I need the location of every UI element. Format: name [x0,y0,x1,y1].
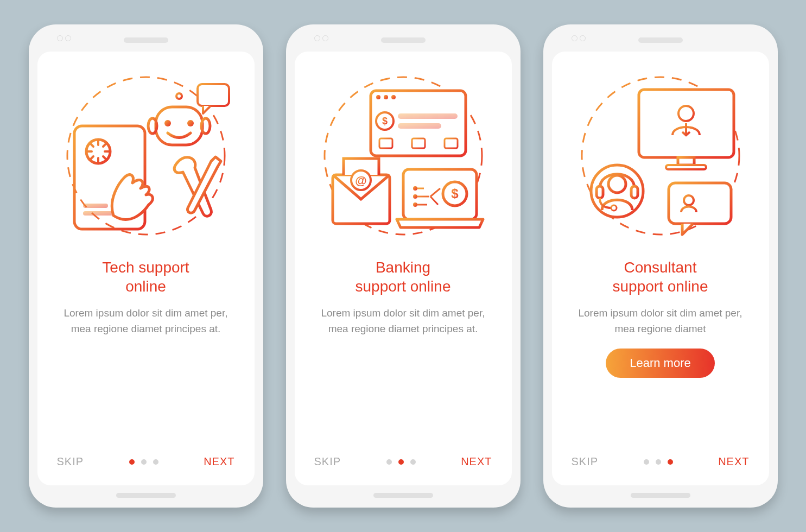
svg-rect-50 [596,186,603,198]
next-button[interactable]: NEXT [461,455,492,468]
camera-dots [314,35,328,41]
next-button[interactable]: NEXT [718,455,749,468]
svg-point-35 [413,194,417,199]
svg-rect-24 [398,123,441,129]
camera-dots [572,35,586,41]
screen-description: Lorem ipsum dolor sit dim amet per, mea … [56,306,236,337]
svg-point-11 [201,118,210,134]
home-indicator [116,493,176,498]
dot-2[interactable] [656,459,661,465]
page-indicator [644,459,673,465]
skip-button[interactable]: SKIP [314,455,341,468]
page-indicator [386,459,416,465]
svg-point-18 [376,95,380,99]
svg-rect-53 [669,183,731,224]
screen-title: Tech supportonline [102,258,189,296]
svg-rect-5 [156,107,202,145]
screen-description: Lorem ipsum dolor sit dim amet per, mea … [571,306,750,337]
speaker-bar [381,37,426,43]
dot-1[interactable] [644,459,649,465]
svg-point-19 [384,95,388,99]
dot-2[interactable] [398,459,404,465]
learn-more-button[interactable]: Learn more [606,349,715,378]
dot-1[interactable] [386,459,392,465]
speaker-bar [124,37,168,43]
svg-text:@: @ [355,174,366,187]
screen-title: Consultantsupport online [613,258,708,296]
svg-point-34 [413,186,417,191]
speaker-area [295,33,512,47]
consultant-support-illustration [574,74,747,243]
svg-point-10 [148,118,157,134]
svg-point-6 [164,120,171,126]
svg-point-52 [611,205,617,211]
svg-point-9 [176,93,182,99]
speaker-area [37,33,255,47]
screen-description: Lorem ipsum dolor sit dim amet per, mea … [314,306,493,337]
svg-rect-39 [678,157,694,165]
home-indicator [373,493,433,498]
camera-dots [57,35,71,41]
footer-nav: SKIP NEXT [311,455,496,472]
skip-button[interactable]: SKIP [57,455,84,468]
svg-rect-51 [631,186,638,198]
skip-button[interactable]: SKIP [572,455,599,468]
next-button[interactable]: NEXT [204,455,234,468]
screen-1: Tech supportonline Lorem ipsum dolor sit… [37,52,255,485]
svg-rect-3 [83,204,108,208]
footer-nav: SKIP NEXT [54,455,238,472]
svg-point-7 [187,120,194,126]
dot-3[interactable] [668,459,673,465]
svg-point-36 [413,202,417,207]
screen-title: Bankingsupport online [356,258,451,296]
phone-frame-3: Consultantsupport online Lorem ipsum dol… [543,24,778,508]
svg-point-20 [391,95,396,99]
page-indicator [129,459,158,465]
svg-rect-12 [198,84,229,106]
home-indicator [631,493,690,498]
tech-support-illustration [59,74,233,243]
phone-frame-1: Tech supportonline Lorem ipsum dolor sit… [29,24,263,508]
screen-3: Consultantsupport online Lorem ipsum dol… [552,52,769,485]
screen-2: $ @ $ Bankingsupport online Lorem ipsum … [295,52,512,485]
svg-text:$: $ [382,116,387,126]
dot-3[interactable] [153,459,158,465]
banking-support-illustration: $ @ $ [316,74,490,243]
speaker-area [552,33,769,47]
dot-3[interactable] [410,459,416,465]
svg-text:$: $ [451,186,459,201]
svg-rect-23 [398,113,458,119]
speaker-bar [638,37,683,43]
dot-2[interactable] [141,459,147,465]
svg-rect-40 [666,165,706,169]
phone-frame-2: $ @ $ Bankingsupport online Lorem ipsum … [286,24,521,508]
dot-1[interactable] [129,459,135,465]
footer-nav: SKIP NEXT [568,455,753,472]
